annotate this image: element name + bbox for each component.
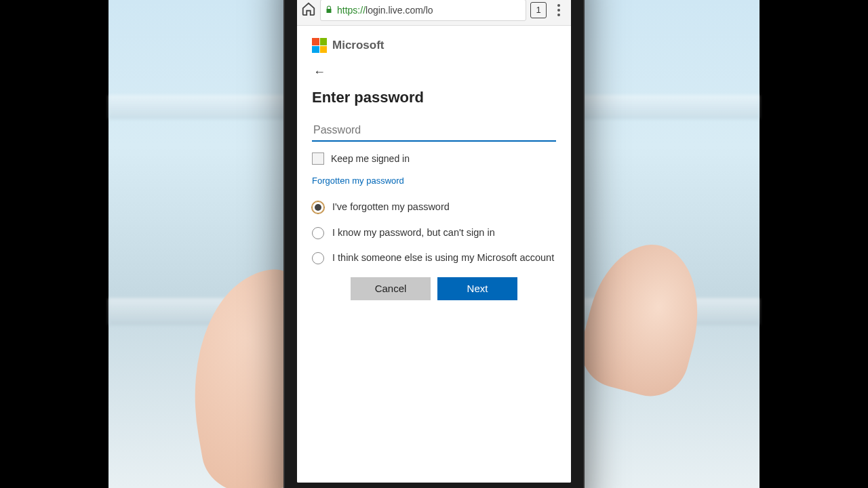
radio-button[interactable]: [312, 201, 324, 214]
radio-button[interactable]: [312, 252, 324, 264]
radio-account-compromised[interactable]: I think someone else is using my Microso…: [312, 251, 556, 265]
url-protocol: https://: [337, 5, 366, 16]
microsoft-brand-text: Microsoft: [332, 39, 384, 52]
radio-button[interactable]: [312, 227, 324, 239]
radio-label: I know my password, but can't sign in: [332, 226, 495, 240]
browser-toolbar: https://login.live.com/lo 1: [297, 0, 571, 26]
page-content: Microsoft ← Enter password Keep me signe…: [297, 26, 571, 483]
forgot-password-link[interactable]: Forgotten my password: [312, 176, 556, 186]
radio-label: I've forgotten my password: [332, 201, 450, 214]
cancel-button[interactable]: Cancel: [351, 277, 431, 300]
overflow-menu-icon[interactable]: [551, 4, 567, 16]
password-input[interactable]: [312, 120, 556, 142]
keep-signed-label: Keep me signed in: [331, 153, 410, 164]
button-row: Cancel Next: [312, 277, 556, 300]
phone-screen: 4G 80% 4:43 pm https://login.live.com/lo…: [297, 0, 571, 483]
tab-count-button[interactable]: 1: [530, 2, 547, 18]
keep-signed-row[interactable]: Keep me signed in: [312, 152, 556, 165]
recovery-options: I've forgotten my password I know my pas…: [312, 201, 556, 265]
radio-forgot-password[interactable]: I've forgotten my password: [312, 201, 556, 214]
home-icon[interactable]: [301, 1, 316, 19]
radio-know-password[interactable]: I know my password, but can't sign in: [312, 226, 556, 240]
lock-icon: [325, 4, 333, 16]
phone-frame: SAMSUNG 4G 80% 4:43 pm https://login.liv…: [285, 0, 583, 488]
keep-signed-checkbox[interactable]: [312, 152, 324, 165]
page-title: Enter password: [312, 89, 556, 106]
next-button[interactable]: Next: [437, 277, 517, 300]
microsoft-logo-icon: [312, 38, 327, 53]
url-field[interactable]: https://login.live.com/lo: [320, 0, 526, 21]
url-text: https://login.live.com/lo: [337, 5, 433, 16]
url-host: login.live.com/lo: [366, 5, 433, 16]
radio-label: I think someone else is using my Microso…: [332, 251, 554, 265]
microsoft-header: Microsoft: [312, 38, 556, 53]
back-arrow-icon[interactable]: ←: [313, 65, 330, 79]
